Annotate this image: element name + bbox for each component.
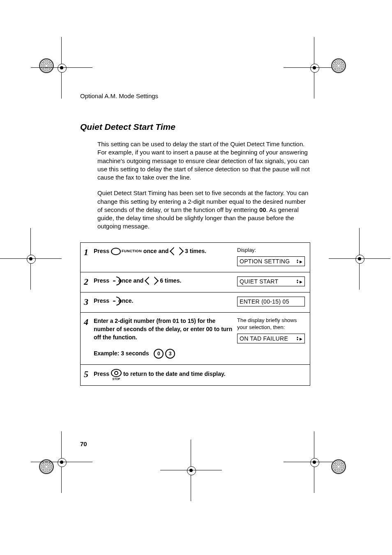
registration-crosshair-icon	[308, 456, 321, 468]
lcd-text: OPTION SETTING	[240, 258, 290, 265]
step-text-mid: once and	[118, 277, 145, 284]
right-select-button-icon	[111, 276, 117, 286]
up-down-right-icon	[296, 279, 302, 284]
press-label: Press	[94, 248, 109, 254]
digit-key-3-icon: 3	[165, 349, 175, 359]
press-label: Press	[94, 371, 109, 377]
step-2-text: Press once and 1 6 times.	[94, 276, 237, 286]
press-label: Press	[94, 277, 109, 284]
step-text-end: to return to the date and time display.	[123, 371, 226, 377]
lcd-text: ON TAD FAILURE	[240, 335, 288, 342]
step-text-mid: once and	[143, 248, 170, 254]
up-down-right-icon	[296, 259, 302, 264]
function-button-icon	[111, 248, 121, 255]
nav-diamond-icon: 1	[145, 277, 158, 285]
lcd-readout: OPTION SETTING	[237, 256, 305, 266]
step-2-display: QUIET START	[237, 276, 305, 286]
step-number: 2	[84, 276, 94, 286]
step-1: 1 Press FUNCTION once and 1 3 times. Dis…	[81, 243, 310, 272]
nav-diamond-icon: 1	[170, 248, 183, 255]
right-select-button-icon	[111, 297, 117, 306]
intro-paragraphs: This setting can be used to delay the st…	[97, 140, 310, 231]
step-4-text: Enter a 2-digit number (from 01 to 15) f…	[94, 317, 237, 359]
stop-button-icon: STOP	[111, 369, 122, 380]
step-3-text: Press once.	[94, 297, 237, 306]
lcd-readout: QUIET START	[237, 276, 305, 286]
intro-para-1: This setting can be used to delay the st…	[97, 140, 310, 182]
step-5: 5 Press STOP to return to the date and t…	[81, 364, 310, 385]
step-4: 4 Enter a 2-digit number (from 01 to 15)…	[81, 312, 310, 365]
procedure-table: 1 Press FUNCTION once and 1 3 times. Dis…	[80, 242, 310, 386]
nav-diamond-label: 1	[175, 249, 178, 254]
step-2: 2 Press once and 1 6 times. QUIET START	[81, 272, 310, 292]
step-number: 4	[84, 317, 94, 327]
section-title: Quiet Detect Start Time	[80, 122, 310, 132]
registration-crosshair-icon	[25, 253, 37, 265]
example-label: Example: 3 seconds	[94, 350, 149, 357]
step-number: 3	[84, 297, 94, 306]
step-4-display: The display briefly shows your selection…	[237, 317, 305, 343]
stop-button-label: STOP	[111, 377, 122, 381]
step-5-text: Press STOP to return to the date and tim…	[94, 369, 237, 380]
content-area: Optional A.M. Mode Settings Quiet Detect…	[80, 92, 310, 386]
step-3: 3 Press once. ENTER (00-15) 05	[81, 292, 310, 312]
display-note: The display briefly shows your selection…	[237, 317, 305, 331]
up-down-right-icon	[296, 336, 302, 341]
registration-target-icon	[331, 58, 346, 73]
display-label: Display:	[237, 247, 305, 253]
step-number: 1	[84, 247, 94, 257]
step-text-end: 6 times.	[160, 277, 181, 284]
running-header: Optional A.M. Mode Settings	[80, 92, 310, 99]
step-number: 5	[84, 369, 94, 379]
registration-crosshair-icon	[55, 62, 68, 74]
lcd-text: ENTER (00-15) 05	[240, 298, 289, 305]
step-1-display: Display: OPTION SETTING	[237, 247, 305, 266]
registration-crosshair-icon	[353, 253, 366, 265]
digit-key-0-icon: 0	[154, 349, 164, 359]
manual-page: Optional A.M. Mode Settings Quiet Detect…	[0, 0, 392, 555]
intro-para-2-bold: 00	[259, 206, 266, 213]
registration-crosshair-icon	[185, 464, 197, 477]
step-3-display: ENTER (00-15) 05	[237, 297, 305, 306]
lcd-text: QUIET START	[240, 278, 278, 285]
step-4-instruction: Enter a 2-digit number (from 01 to 15) f…	[94, 317, 233, 342]
lcd-readout: ON TAD FAILURE	[237, 334, 305, 343]
intro-para-2: Quiet Detect Start Timing has been set t…	[97, 189, 310, 230]
step-1-text: Press FUNCTION once and 1 3 times.	[94, 247, 237, 255]
step-4-example: Example: 3 seconds 0 3	[94, 349, 233, 359]
registration-target-icon	[331, 459, 346, 474]
press-label: Press	[94, 297, 109, 304]
lcd-readout: ENTER (00-15) 05	[237, 297, 305, 306]
registration-crosshair-icon	[308, 62, 321, 74]
step-text-end: 3 times.	[185, 248, 206, 254]
nav-diamond-label: 1	[150, 279, 153, 283]
registration-target-icon	[39, 58, 54, 73]
registration-crosshair-icon	[55, 456, 68, 468]
page-number: 70	[80, 440, 87, 447]
function-button-label: FUNCTION	[122, 249, 142, 253]
